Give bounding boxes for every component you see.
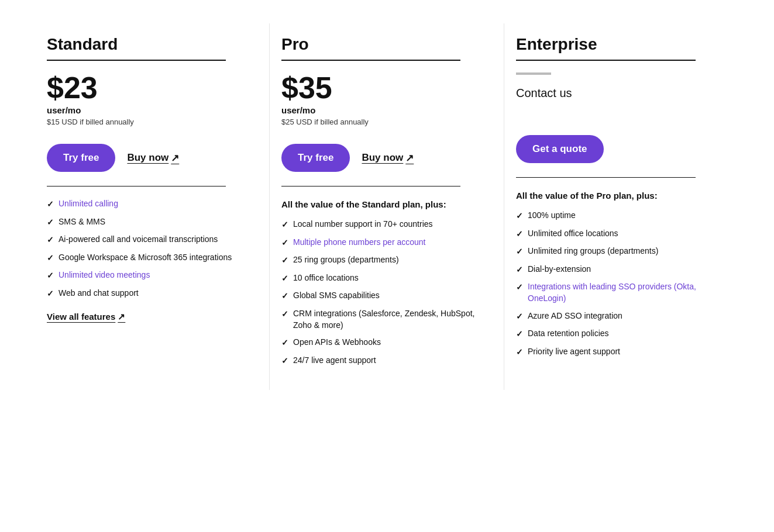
pro-buy-arrow: ↗ xyxy=(405,152,414,164)
standard-period: user/mo xyxy=(47,105,246,115)
enterprise-section-divider xyxy=(516,177,696,178)
standard-divider xyxy=(47,60,226,61)
check-icon: ✓ xyxy=(281,291,288,302)
feature-text: Web and chat support xyxy=(59,288,139,299)
list-item: ✓ CRM integrations (Salesforce, Zendesk,… xyxy=(281,308,480,331)
feature-text: Unlimited calling xyxy=(59,198,118,210)
list-item: ✓ Azure AD SSO integration xyxy=(516,310,715,323)
check-icon: ✓ xyxy=(281,255,288,267)
check-icon: ✓ xyxy=(47,199,54,210)
standard-annual: $15 USD if billed annually xyxy=(47,118,246,126)
enterprise-price-divider xyxy=(516,72,551,75)
standard-section-divider xyxy=(47,186,226,186)
feature-text: 24/7 live agent support xyxy=(293,355,376,367)
feature-text: Data retention policies xyxy=(528,328,609,340)
list-item: ✓ Unlimited office locations xyxy=(516,228,715,240)
pro-buy-label: Buy now xyxy=(362,152,403,164)
feature-text: Dial-by-extension xyxy=(528,264,591,275)
standard-plan-name: Standard xyxy=(47,35,246,54)
pro-plan: Pro $35 user/mo $25 USD if billed annual… xyxy=(270,23,504,390)
check-icon: ✓ xyxy=(281,237,288,249)
standard-buy-label: Buy now xyxy=(127,152,168,164)
feature-text: Global SMS capabilities xyxy=(293,290,380,302)
pro-feature-list: ✓ Local number support in 70+ countries … xyxy=(281,219,480,367)
enterprise-divider xyxy=(516,60,696,61)
list-item: ✓ 24/7 live agent support xyxy=(281,355,480,367)
feature-text: CRM integrations (Salesforce, Zendesk, H… xyxy=(293,308,480,331)
pro-divider xyxy=(281,60,460,61)
feature-text: Unlimited video meetings xyxy=(59,270,150,281)
feature-text: Integrations with leading SSO providers … xyxy=(528,281,715,304)
list-item: ✓ Data retention policies xyxy=(516,328,715,340)
pro-price: $35 xyxy=(281,72,480,103)
list-item: ✓ Priority live agent support xyxy=(516,346,715,358)
view-all-arrow: ↗ xyxy=(118,312,125,322)
enterprise-plan-name: Enterprise xyxy=(516,35,715,54)
check-icon: ✓ xyxy=(516,264,523,276)
enterprise-features-intro: All the value of the Pro plan, plus: xyxy=(516,189,715,202)
standard-try-button[interactable]: Try free xyxy=(47,144,115,172)
enterprise-contact: Contact us xyxy=(516,87,715,100)
enterprise-plan: Enterprise Contact us Get a quote All th… xyxy=(504,23,739,390)
enterprise-btn-group: Get a quote xyxy=(516,135,715,163)
check-icon: ✓ xyxy=(516,329,523,340)
pro-annual: $25 USD if billed annually xyxy=(281,118,480,126)
check-icon: ✓ xyxy=(281,337,288,349)
feature-text: 25 ring groups (departments) xyxy=(293,254,399,266)
standard-view-all-button[interactable]: View all features ↗ xyxy=(47,312,125,322)
feature-text: Local number support in 70+ countries xyxy=(293,219,433,230)
check-icon: ✓ xyxy=(516,229,523,240)
feature-text: SMS & MMS xyxy=(59,216,105,228)
feature-text: Ai-powered call and voicemail transcript… xyxy=(59,234,218,246)
check-icon: ✓ xyxy=(47,288,54,300)
list-item: ✓ Web and chat support xyxy=(47,288,246,300)
check-icon: ✓ xyxy=(516,347,523,358)
standard-buy-arrow: ↗ xyxy=(171,152,179,164)
list-item: ✓ Integrations with leading SSO provider… xyxy=(516,281,715,304)
feature-text: Azure AD SSO integration xyxy=(528,310,622,322)
pro-btn-group: Try free Buy now ↗ xyxy=(281,144,480,172)
feature-text: Priority live agent support xyxy=(528,346,620,358)
check-icon: ✓ xyxy=(516,311,523,323)
list-item: ✓ SMS & MMS xyxy=(47,216,246,229)
enterprise-feature-list: ✓ 100% uptime ✓ Unlimited office locatio… xyxy=(516,210,715,358)
check-icon: ✓ xyxy=(281,355,288,367)
list-item: ✓ Ai-powered call and voicemail transcri… xyxy=(47,234,246,246)
check-icon: ✓ xyxy=(516,246,523,258)
list-item: ✓ Unlimited calling xyxy=(47,198,246,210)
standard-feature-list: ✓ Unlimited calling ✓ SMS & MMS ✓ Ai-pow… xyxy=(47,198,246,300)
pro-plan-name: Pro xyxy=(281,35,480,54)
check-icon: ✓ xyxy=(516,210,523,222)
list-item: ✓ 100% uptime xyxy=(516,210,715,222)
list-item: ✓ 10 office locations xyxy=(281,272,480,285)
enterprise-quote-button[interactable]: Get a quote xyxy=(516,135,604,163)
check-icon: ✓ xyxy=(47,217,54,229)
feature-text: Multiple phone numbers per account xyxy=(293,237,425,248)
list-item: ✓ Open APIs & Webhooks xyxy=(281,337,480,349)
pro-section-divider xyxy=(281,186,460,186)
check-icon: ✓ xyxy=(281,309,288,320)
list-item: ✓ Multiple phone numbers per account xyxy=(281,237,480,249)
list-item: ✓ Google Workspace & Microsoft 365 integ… xyxy=(47,252,246,264)
check-icon: ✓ xyxy=(47,234,54,246)
check-icon: ✓ xyxy=(47,253,54,264)
check-icon: ✓ xyxy=(47,270,54,282)
feature-text: Unlimited ring groups (departments) xyxy=(528,246,658,257)
standard-price: $23 xyxy=(47,72,246,103)
feature-text: Open APIs & Webhooks xyxy=(293,337,381,348)
pro-try-button[interactable]: Try free xyxy=(281,144,350,172)
standard-buy-button[interactable]: Buy now ↗ xyxy=(127,152,179,164)
pricing-grid: Standard $23 user/mo $15 USD if billed a… xyxy=(0,0,774,413)
feature-text: Unlimited office locations xyxy=(528,228,618,240)
check-icon: ✓ xyxy=(281,273,288,285)
standard-btn-group: Try free Buy now ↗ xyxy=(47,144,246,172)
standard-plan: Standard $23 user/mo $15 USD if billed a… xyxy=(35,23,270,390)
list-item: ✓ Dial-by-extension xyxy=(516,264,715,276)
list-item: ✓ Unlimited ring groups (departments) xyxy=(516,246,715,258)
pro-buy-button[interactable]: Buy now ↗ xyxy=(362,152,414,164)
check-icon: ✓ xyxy=(281,219,288,231)
feature-text: 100% uptime xyxy=(528,210,576,222)
feature-text: 10 office locations xyxy=(293,272,359,284)
feature-text: Google Workspace & Microsoft 365 integra… xyxy=(59,252,232,264)
list-item: ✓ 25 ring groups (departments) xyxy=(281,254,480,267)
